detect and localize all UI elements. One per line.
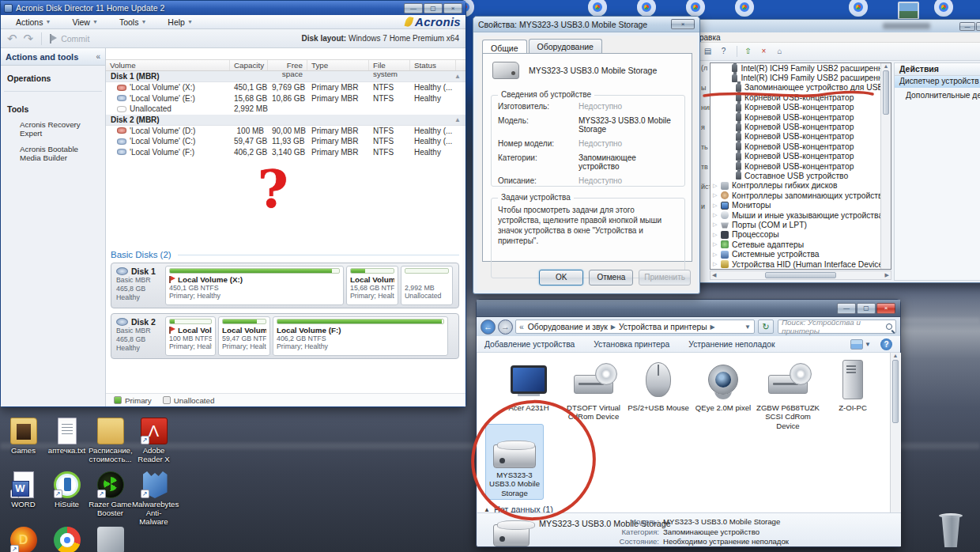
selected-device-tile[interactable]: MYS323-3 USB3.0 Mobile Storage — [485, 424, 544, 500]
maximize-button[interactable]: ▢ — [976, 22, 980, 31]
dialog-titlebar[interactable]: Свойства: MYS323-3 USB3.0 Mobile Storage… — [473, 17, 699, 32]
menu-item[interactable]: Tools ▼ — [109, 17, 146, 27]
tab-hardware[interactable]: Оборудование — [529, 39, 602, 55]
collapse-icon[interactable]: ▲ — [484, 506, 490, 513]
device-tree-item[interactable]: ▷ Мыши и иные указывающие устройства — [710, 210, 891, 220]
scan-hardware-icon[interactable]: ⌂ — [773, 45, 786, 58]
desktop-shortcut-icon[interactable] — [898, 2, 919, 20]
device-tile[interactable]: Z-OI-PC — [820, 357, 885, 430]
back-button[interactable]: ← — [481, 319, 496, 335]
column-header[interactable]: Free space — [268, 60, 307, 70]
expand-icon[interactable]: ▷ — [713, 232, 721, 238]
partition-block[interactable]: 2,992 MB Unallocated — [401, 266, 453, 305]
expand-icon[interactable]: ▷ — [713, 261, 721, 267]
ok-button[interactable]: OK — [539, 270, 583, 285]
partition-block[interactable]: Local Volume ... 59,47 GB NTFS Primary; … — [218, 316, 270, 356]
device-tile[interactable]: DTSOFT Virtual CdRom Device — [561, 357, 626, 430]
device-manager-titlebar[interactable]: — ▢ — [679, 20, 980, 32]
collapse-icon[interactable]: ▲ — [454, 116, 461, 123]
breadcrumb-overflow-icon[interactable]: « — [519, 323, 524, 331]
minimize-button[interactable]: — — [959, 22, 975, 31]
command-bar-item[interactable]: Устранение неполадок — [688, 340, 775, 349]
command-bar-item[interactable]: Установка принтера — [594, 340, 669, 349]
device-tree-item[interactable]: ▷ Intel(R) ICH9 Family USB2 расширенный … — [710, 63, 891, 73]
actions-item-selected[interactable]: Диспетчер устройств — [895, 76, 980, 88]
desktop-icon[interactable]: ↗ аптечка.txt — [45, 418, 89, 463]
volume-table-row[interactable]: Unallocated 2,992 MB — [106, 104, 466, 115]
maximize-button[interactable]: ▢ — [857, 303, 876, 314]
expand-icon[interactable]: ▷ — [713, 192, 721, 198]
actions-item-more[interactable]: Дополнительные дей — [895, 88, 980, 100]
scrollbar-thumb[interactable] — [892, 360, 899, 423]
sidebar-tool-item[interactable]: Acronis Bootable Media Builder — [1, 142, 105, 166]
update-driver-icon[interactable]: ⇧ — [741, 45, 755, 58]
volume-table-row[interactable]: 'Local Volume' (C:) 59,47 GB 11,93 GB Pr… — [106, 136, 466, 147]
collapse-icon[interactable]: ▲ — [454, 73, 461, 80]
close-button[interactable]: × — [671, 19, 695, 29]
desktop-icon[interactable]: ↗ Malwarebytes Anti-Malware — [132, 471, 175, 526]
column-header[interactable]: Type — [307, 60, 369, 70]
volume-table-row[interactable]: 'Local Volume' (F:) 406,2 GB 3,140 GB Pr… — [106, 147, 466, 158]
device-manager-menubar[interactable]: равка — [679, 32, 980, 43]
explorer-titlebar[interactable]: — ▢ × — [477, 300, 900, 317]
search-input[interactable]: Поиск: Устройства и принтеры — [778, 319, 896, 334]
desktop-icon[interactable]: ↗ Games — [2, 418, 45, 463]
minimize-button[interactable]: — — [837, 303, 856, 314]
expand-icon[interactable]: ▷ — [713, 202, 721, 209]
tree-vertical-scrollbar[interactable]: ▲ — [880, 63, 891, 269]
refresh-button[interactable]: ↻ — [758, 319, 774, 334]
minimize-button[interactable]: — — [404, 3, 423, 13]
disk-info[interactable]: Disk 2 Basic MBR 465,8 GB Healthy — [114, 316, 163, 356]
tree-horizontal-scrollbar[interactable]: ◀▶ — [710, 270, 891, 280]
volume-table-row[interactable]: 'Local Volume' (X:) 450,1 GB 9,769 GB Pr… — [106, 82, 466, 93]
device-tree-item[interactable]: ▷ Мониторы — [710, 200, 891, 210]
help-icon[interactable]: ? — [717, 45, 730, 58]
desktop-icon[interactable]: ↗ WORD — [2, 471, 45, 526]
device-tree-item[interactable]: ▷ Системные устройства — [710, 249, 891, 259]
section-header[interactable]: ▲ Нет данных (1) — [484, 505, 553, 512]
column-header[interactable]: Status — [410, 60, 456, 70]
undo-icon[interactable]: ↶ — [7, 32, 17, 46]
partition-block[interactable]: Local Volume (X:) 450,1 GB NTFS Primary;… — [165, 266, 344, 305]
change-view-icon[interactable] — [850, 339, 863, 350]
close-button[interactable]: × — [876, 303, 895, 314]
device-tree-item[interactable]: ▷ Устройства HID (Human Interface Device… — [710, 259, 891, 269]
menu-fragment[interactable]: равка — [699, 33, 721, 42]
search-icon[interactable] — [886, 323, 892, 330]
chevron-down-icon[interactable]: ▼ — [865, 341, 871, 348]
redo-icon[interactable]: ↷ — [24, 32, 34, 46]
volume-table-row[interactable]: 'Local Volume' (D:) 100 MB 90,00 MB Prim… — [106, 126, 466, 137]
disk-info[interactable]: Disk 1 Basic MBR 465,8 GB Healthy — [114, 266, 163, 305]
cancel-button[interactable]: Отмена — [589, 270, 633, 285]
disk-group-row[interactable]: Disk 2 (MBR)▲ — [106, 115, 466, 126]
desktop-icon[interactable]: ↗ Расписание, стоимость... — [89, 418, 132, 463]
menu-item[interactable]: Help ▼ — [157, 17, 193, 27]
expand-icon[interactable]: ▷ — [713, 221, 721, 228]
scrollbar-thumb[interactable] — [883, 70, 889, 115]
partition-block[interactable]: Local Volume (F:) 406,2 GB NTFS Primary;… — [273, 316, 448, 356]
desktop-icon[interactable]: ↗ Adobe Reader X — [132, 418, 175, 463]
volume-table-row[interactable]: 'Local Volume' (E:) 15,68 GB 10,86 GB Pr… — [106, 93, 466, 104]
column-header[interactable]: Capacity — [230, 60, 268, 70]
expand-icon[interactable]: ▷ — [713, 241, 721, 248]
chevron-right-icon[interactable]: ▶ — [710, 323, 715, 331]
expand-icon[interactable]: ▷ — [713, 183, 721, 189]
acronis-titlebar[interactable]: Acronis Disk Director 11 Home Update 2 —… — [1, 1, 466, 15]
partition-block[interactable]: Local Volume ... 15,68 GB NTFS Primary; … — [346, 266, 398, 305]
chevron-right-icon[interactable]: ▶ — [611, 323, 616, 331]
device-tree-item[interactable]: ▷ Порты (COM и LPT) — [710, 220, 891, 229]
help-icon[interactable]: ? — [880, 338, 892, 350]
device-tree-item[interactable]: ▷ Контроллеры гибких дисков — [710, 181, 891, 191]
expand-icon[interactable]: ▷ — [713, 212, 721, 218]
sidebar-tool-item[interactable]: Acronis Recovery Expert — [1, 117, 105, 142]
sidebar-collapse-icon[interactable]: « — [96, 52, 100, 61]
command-bar-item[interactable]: Добавление устройства — [484, 340, 575, 349]
breadcrumb[interactable]: « Оборудование и звук ▶ Устройства и при… — [515, 319, 755, 334]
partition-block[interactable]: Local Volum... 100 MB NTFS Primary; Heal… — [165, 316, 216, 356]
close-button[interactable]: × — [443, 3, 462, 13]
device-tile[interactable]: ZGBW P6B8TUZK SCSI CdRom Device — [756, 357, 820, 430]
desktop-icon[interactable]: ↗ Razer Game Booster — [89, 471, 132, 526]
vertical-scrollbar[interactable]: ▲ — [890, 353, 900, 512]
menu-item[interactable]: Actions ▼ — [6, 17, 51, 27]
device-tile[interactable]: PS/2+USB Mouse — [626, 357, 691, 430]
